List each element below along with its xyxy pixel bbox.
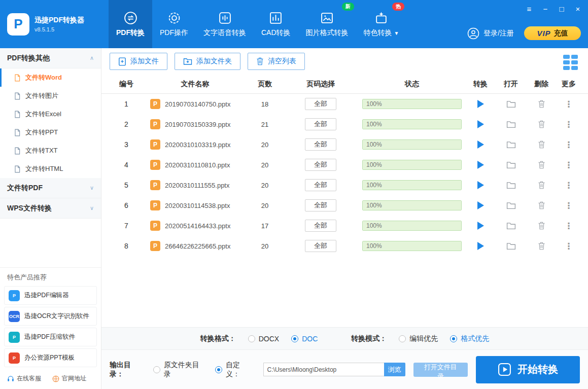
progress-text: 100%: [366, 99, 382, 109]
radio-dot: [215, 366, 222, 373]
radio-格式优先[interactable]: 格式优先: [450, 334, 489, 343]
more-options-icon[interactable]: ⋮: [565, 242, 573, 251]
table-row: 5P20200310111555.pptx20全部100%⋮: [101, 175, 588, 195]
footer-link-官网地址[interactable]: 官网地址: [52, 374, 86, 383]
sidebar-section-WPS文件转换[interactable]: WPS文件转换∨: [0, 198, 101, 219]
promo-item-迅捷PDF编辑器[interactable]: P迅捷PDF编辑器: [4, 286, 97, 305]
delete-icon[interactable]: [538, 140, 545, 149]
close-icon[interactable]: ×: [574, 5, 582, 14]
open-output-dir-button[interactable]: 打开文件目录: [413, 363, 468, 377]
page-select-button[interactable]: 全部: [305, 159, 336, 171]
vip-recharge-label: 充值: [554, 29, 568, 38]
page-count: 21: [247, 121, 283, 128]
open-folder-icon[interactable]: [506, 161, 516, 169]
view-toggle-icon[interactable]: [563, 55, 578, 70]
nav-item-CAD转换[interactable]: CAD转换: [254, 0, 298, 48]
page-select-button[interactable]: 全部: [305, 138, 336, 151]
sidebar-item-文件转Word[interactable]: 文件转Word: [0, 68, 101, 87]
delete-icon[interactable]: [538, 201, 545, 209]
sidebar-item-文件转图片[interactable]: 文件转图片: [0, 87, 101, 105]
radio-编辑优先[interactable]: 编辑优先: [399, 334, 438, 343]
open-folder-icon[interactable]: [506, 140, 516, 149]
table-row: 7P20200514164433.pptx17全部100%⋮: [101, 216, 588, 236]
delete-icon[interactable]: [538, 242, 545, 250]
open-folder-icon[interactable]: [506, 242, 516, 250]
footer-link-在线客服[interactable]: 在线客服: [7, 374, 41, 383]
open-folder-icon[interactable]: [506, 120, 516, 128]
radio-DOC[interactable]: DOC: [291, 335, 318, 343]
open-folder-icon[interactable]: [506, 222, 516, 230]
page-select-button[interactable]: 全部: [305, 240, 336, 252]
delete-icon[interactable]: [538, 161, 545, 169]
convert-play-button[interactable]: [477, 201, 484, 209]
nav-item-PDF操作[interactable]: PDF操作: [152, 0, 196, 48]
page-count: 18: [247, 100, 283, 108]
badge: 新: [342, 3, 354, 11]
globe-icon: [52, 375, 59, 382]
convert-play-button[interactable]: [477, 100, 484, 108]
delete-icon[interactable]: [538, 120, 545, 128]
page-select-button[interactable]: 全部: [305, 179, 336, 191]
promo-item-迅捷PDF压缩软件[interactable]: P迅捷PDF压缩软件: [4, 328, 97, 346]
login-register-button[interactable]: 登录/注册: [467, 27, 514, 40]
doc-icon: [14, 165, 21, 173]
sidebar-item-文件转HTML[interactable]: 文件转HTML: [0, 160, 101, 178]
page-select-button[interactable]: 全部: [305, 199, 336, 211]
convert-play-button[interactable]: [477, 140, 484, 149]
more-options-icon[interactable]: ⋮: [565, 222, 573, 230]
vip-recharge-button[interactable]: VIP 充值: [524, 26, 581, 40]
convert-play-button[interactable]: [477, 222, 484, 230]
toolbar-button-清空列表[interactable]: 清空列表: [248, 53, 305, 70]
convert-play-button[interactable]: [477, 181, 484, 189]
column-header-删除: 删除: [526, 80, 557, 89]
delete-icon[interactable]: [538, 100, 545, 108]
sidebar-item-文件转TXT[interactable]: 文件转TXT: [0, 142, 101, 160]
menu-icon[interactable]: ≡: [525, 5, 533, 14]
convert-play-button[interactable]: [477, 242, 484, 250]
radio-自定义[interactable]: 自定义：: [215, 361, 254, 379]
sidebar-item-文件转PPT[interactable]: 文件转PPT: [0, 123, 101, 142]
start-convert-button[interactable]: 开始转换: [476, 356, 580, 383]
maximize-icon[interactable]: □: [558, 5, 566, 14]
sidebar-section-文件转PDF[interactable]: 文件转PDF∨: [0, 178, 101, 198]
nav-item-PDF转换[interactable]: PDF转换: [109, 0, 152, 48]
open-folder-icon[interactable]: [506, 181, 516, 189]
promo-item-迅捷OCR文字识别软件[interactable]: OCR迅捷OCR文字识别软件: [4, 307, 97, 326]
toolbar-button-添加文件[interactable]: 添加文件: [110, 53, 167, 70]
page-select-button[interactable]: 全部: [305, 118, 336, 130]
mode-label: 转换模式：: [351, 334, 387, 343]
doc-icon: [14, 92, 21, 100]
open-folder-icon[interactable]: [506, 201, 516, 209]
more-options-icon[interactable]: ⋮: [565, 120, 573, 129]
promo-list: P迅捷PDF编辑器OCR迅捷OCR文字识别软件P迅捷PDF压缩软件P办公资源PP…: [0, 286, 101, 369]
ppt-file-icon: P: [150, 99, 160, 109]
convert-play-button[interactable]: [477, 161, 484, 169]
nav-item-文字语音转换[interactable]: 文字语音转换: [196, 0, 254, 48]
more-options-icon[interactable]: ⋮: [565, 100, 573, 109]
convert-play-button[interactable]: [477, 120, 484, 128]
more-options-icon[interactable]: ⋮: [565, 161, 573, 169]
nav-item-特色转换[interactable]: 特色转换 ▼热: [356, 0, 407, 48]
delete-icon[interactable]: [538, 181, 545, 189]
browse-button[interactable]: 浏览: [384, 363, 405, 376]
open-folder-icon[interactable]: [506, 100, 516, 108]
radio-DOCX[interactable]: DOCX: [248, 335, 279, 343]
sidebar-item-文件转Excel[interactable]: 文件转Excel: [0, 105, 101, 123]
app-version: v8.5.1.5: [34, 26, 84, 32]
output-path-input[interactable]: [263, 363, 384, 376]
more-options-icon[interactable]: ⋮: [565, 181, 573, 190]
radio-原文件夹目录[interactable]: 原文件夹目录: [153, 361, 206, 379]
page-select-button[interactable]: 全部: [305, 220, 336, 232]
sidebar-section-PDF转换其他[interactable]: PDF转换其他∧: [0, 48, 101, 68]
minimize-icon[interactable]: −: [541, 5, 549, 14]
page-select-button[interactable]: 全部: [305, 98, 336, 110]
more-options-icon[interactable]: ⋮: [565, 201, 573, 210]
main-area: PDF转换其他∧文件转Word文件转图片文件转Excel文件转PPT文件转TXT…: [0, 48, 588, 389]
page-count: 20: [247, 242, 283, 250]
conversion-settings-row: 转换格式： DOCXDOC 转换模式： 编辑优先格式优先: [101, 327, 588, 349]
nav-item-图片格式转换[interactable]: 图片格式转换新: [298, 0, 356, 48]
more-options-icon[interactable]: ⋮: [565, 140, 573, 149]
promo-item-办公资源PPT模板[interactable]: P办公资源PPT模板: [4, 348, 97, 367]
toolbar-button-添加文件夹[interactable]: 添加文件夹: [175, 53, 240, 70]
delete-icon[interactable]: [538, 222, 545, 230]
